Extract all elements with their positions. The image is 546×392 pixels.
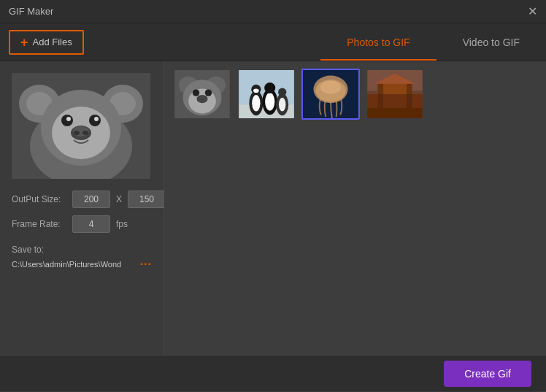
svg-point-15 <box>74 131 80 135</box>
svg-point-22 <box>193 89 199 96</box>
koala-thumbnail-svg <box>174 70 230 118</box>
right-panel <box>164 61 546 355</box>
add-files-button[interactable]: + Add Files <box>9 30 84 55</box>
close-button[interactable]: ✕ <box>528 6 537 18</box>
x-separator: X <box>116 194 122 204</box>
svg-point-33 <box>265 93 274 111</box>
save-path-text: C:\Users\admin\Pictures\Wond <box>12 260 136 269</box>
save-to-section: Save to: C:\Users\admin\Pictures\Wond ··… <box>12 245 152 271</box>
thumbnail-desert[interactable] <box>366 69 424 120</box>
thumbnail-jellyfish[interactable] <box>301 69 360 120</box>
thumbnail-penguins[interactable] <box>237 69 296 120</box>
main-content: OutPut Size: X Frame Rate: fps Save to: … <box>0 61 546 355</box>
thumbnail-koala[interactable] <box>173 69 231 120</box>
frame-rate-label: Frame Rate: <box>12 219 66 229</box>
svg-point-36 <box>279 98 285 112</box>
create-gif-button[interactable]: Create Gif <box>444 361 531 387</box>
title-bar: GIF Maker ✕ <box>0 0 546 23</box>
svg-point-23 <box>205 89 212 96</box>
svg-point-42 <box>320 80 341 94</box>
koala-preview-svg <box>12 73 150 179</box>
output-height-input[interactable] <box>128 191 166 208</box>
svg-point-34 <box>264 82 275 93</box>
svg-point-24 <box>196 95 207 103</box>
tabs-container: Photos to GIF Video to GIF <box>320 23 546 61</box>
browse-button[interactable]: ··· <box>140 258 152 271</box>
svg-point-11 <box>66 117 71 121</box>
thumbnails-row <box>173 69 537 120</box>
preview-image <box>12 73 150 179</box>
svg-point-37 <box>278 88 286 96</box>
settings-section: OutPut Size: X Frame Rate: fps <box>12 191 152 233</box>
fps-unit: fps <box>116 219 128 229</box>
frame-rate-row: Frame Rate: fps <box>12 215 152 233</box>
left-panel: OutPut Size: X Frame Rate: fps Save to: … <box>0 61 164 355</box>
app-title: GIF Maker <box>9 6 53 17</box>
plus-icon: + <box>20 36 28 49</box>
desert-thumbnail-svg <box>367 70 423 118</box>
save-to-path-row: C:\Users\admin\Pictures\Wond ··· <box>12 258 152 271</box>
svg-point-29 <box>252 95 260 112</box>
frame-rate-input[interactable] <box>72 215 110 233</box>
top-bar: + Add Files Photos to GIF Video to GIF <box>0 23 546 61</box>
add-files-label: Add Files <box>33 36 72 47</box>
svg-point-31 <box>253 88 259 93</box>
save-to-label: Save to: <box>12 245 152 255</box>
penguins-thumbnail-svg <box>239 70 294 118</box>
bottom-bar: Create Gif <box>0 355 546 391</box>
output-size-row: OutPut Size: X <box>12 191 152 208</box>
svg-point-12 <box>94 117 99 121</box>
output-width-input[interactable] <box>72 191 110 208</box>
svg-point-16 <box>82 131 88 135</box>
svg-rect-50 <box>367 108 422 118</box>
tab-photos-to-gif[interactable]: Photos to GIF <box>320 23 436 61</box>
output-size-label: OutPut Size: <box>12 194 66 204</box>
jellyfish-thumbnail-svg <box>303 70 358 118</box>
tab-video-to-gif[interactable]: Video to GIF <box>437 23 546 61</box>
